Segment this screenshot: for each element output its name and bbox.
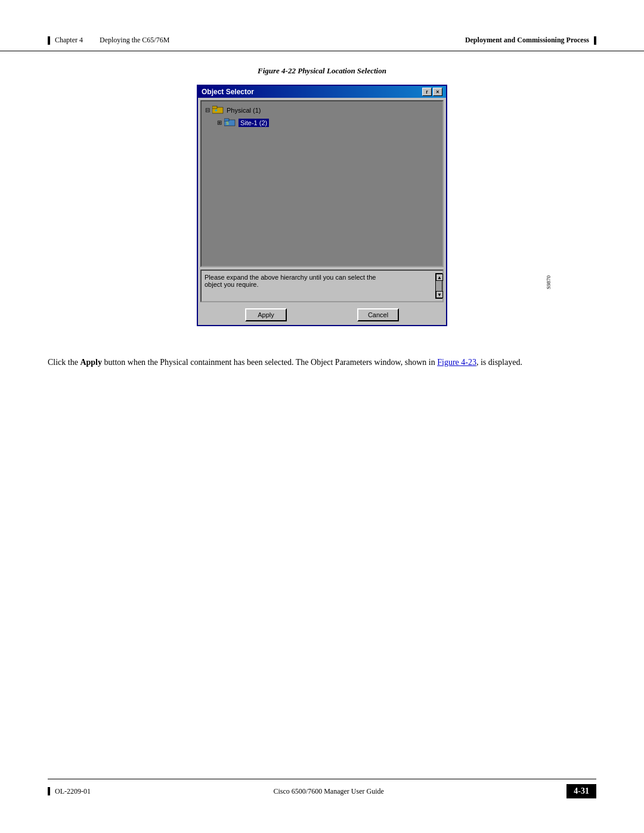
header-right-title: Deployment and Commissioning Process [465,36,589,45]
close-button[interactable]: × [433,88,442,96]
body-text-bold: Apply [80,358,102,367]
child-node-label[interactable]: Site-1 (2) [239,119,269,127]
restore-button[interactable]: r [422,88,432,96]
side-annotation: S9870 [546,275,552,289]
object-selector-dialog: Object Selector r × ⊟ [197,85,447,326]
svg-text:S: S [226,121,229,125]
page-content: Figure 4-22 Physical Location Selection … [0,54,644,392]
titlebar-buttons: r × [422,88,442,96]
figure-container: Object Selector r × ⊟ [48,85,596,344]
desc-wrapper: Please expand the above hierarchy until … [198,270,446,302]
footer-divider [48,779,596,779]
body-text-part3: , is displayed. [476,358,522,367]
header-left-bar [48,36,50,45]
root-expand-icon[interactable]: ⊟ [205,107,210,113]
header-right-bar [594,36,596,45]
body-text-part2: button when the Physical containment has… [102,358,437,367]
scroll-up-arrow[interactable]: ▲ [436,274,443,281]
dialog-buttons: Apply Cancel [198,305,446,325]
footer-center: Cisco 6500/7600 Manager User Guide [274,787,384,796]
root-folder-icon: ✦ [212,105,224,115]
cancel-button[interactable]: Cancel [357,308,399,321]
page-number: 4-31 [566,784,596,798]
apply-button[interactable]: Apply [245,308,287,321]
dialog-titlebar: Object Selector r × [198,86,446,98]
footer-left-bar [48,787,50,795]
tree-wrapper: ⊟ ✦ Physical (1) ⊞ [198,100,446,267]
figure-link[interactable]: Figure 4-23 [437,358,476,367]
description-area: Please expand the above hierarchy until … [200,270,444,302]
chapter-title: Deploying the C65/76M [100,36,169,45]
tree-child-node[interactable]: ⊞ S Site-1 (2) [217,117,439,128]
dialog-title: Object Selector [202,88,254,96]
footer-content: OL-2209-01 Cisco 6500/7600 Manager User … [48,784,596,798]
body-text-part1: Click the [48,358,80,367]
svg-text:✦: ✦ [214,108,218,113]
desc-scrollbar[interactable]: ▲ ▼ [435,273,442,299]
page-header: Chapter 4 Deploying the C65/76M Deployme… [0,0,644,51]
tree-root-node[interactable]: ⊟ ✦ Physical (1) [205,105,439,115]
figure-caption: Figure 4-22 Physical Location Selection [48,66,596,76]
body-text: Click the Apply button when the Physical… [48,356,596,368]
footer-left: OL-2209-01 [48,787,91,796]
guide-title: Cisco 6500/7600 Manager User Guide [274,787,384,795]
page-footer: OL-2209-01 Cisco 6500/7600 Manager User … [0,774,644,803]
chapter-label: Chapter 4 [55,36,83,45]
header-left: Chapter 4 Deploying the C65/76M [48,36,169,45]
doc-number: OL-2209-01 [55,787,91,796]
tree-area[interactable]: ⊟ ✦ Physical (1) ⊞ [200,100,444,267]
scroll-down-arrow[interactable]: ▼ [436,291,443,298]
root-node-label: Physical (1) [227,107,261,114]
description-text: Please expand the above hierarchy until … [205,274,376,288]
child-expand-icon[interactable]: ⊞ [217,119,222,126]
site-icon: S [224,117,236,128]
header-right-group: Deployment and Commissioning Process [465,36,596,45]
